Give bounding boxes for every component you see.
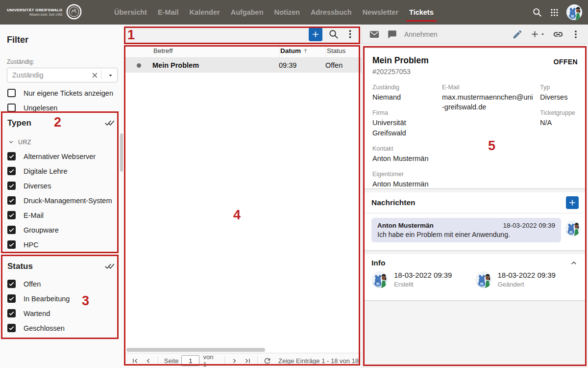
caret-down-icon	[539, 31, 546, 37]
type-label: Diverses	[24, 182, 51, 190]
add-dropdown-button[interactable]	[530, 29, 546, 39]
info-card: Info 18-03-2022 09:39 Erstellt	[365, 254, 586, 300]
assignee-label: Zuständig:	[0, 45, 125, 68]
field-kontakt: Kontakt Anton Mustermän	[372, 145, 435, 163]
field-value: Anton Mustermän	[372, 179, 435, 189]
app-grid-icon[interactable]	[550, 8, 559, 17]
chevron-down-icon	[7, 138, 15, 146]
collapse-icon[interactable]	[569, 258, 579, 268]
filter-title: Filter	[0, 25, 125, 45]
detail-menu-icon[interactable]	[570, 29, 581, 40]
type-checkbox-druck-management-system[interactable]	[7, 196, 16, 205]
nav-aufgaben[interactable]: Aufgaben	[231, 8, 264, 16]
message-bubble[interactable]: Anton Mustermän 18-03-2022 09:39 Ich hab…	[371, 218, 561, 242]
nav-tickets-active[interactable]: Tickets	[409, 8, 434, 16]
first-page-button[interactable]	[128, 354, 142, 367]
horizontal-scrollbar-thumb[interactable]	[126, 348, 265, 352]
typen-group-label: URZ	[18, 139, 31, 146]
typen-group-urz[interactable]: URZ	[7, 138, 125, 146]
message-sender-avatar	[565, 220, 581, 236]
row-status: Offen	[325, 61, 362, 69]
add-message-button[interactable]	[566, 196, 579, 209]
field-email: E-Mail max.mustermaennchen@uni-greifswal…	[442, 84, 535, 112]
plus-icon	[530, 29, 540, 39]
unread-checkbox[interactable]	[7, 104, 16, 112]
assignee-select[interactable]	[7, 68, 118, 82]
email-icon[interactable]	[369, 29, 380, 40]
topbar-actions	[532, 0, 582, 25]
plus-icon	[567, 198, 577, 208]
status-checkbox-offen[interactable]	[7, 280, 16, 288]
type-label: Digitale Lehre	[24, 167, 67, 175]
type-checkbox-digitale-lehre[interactable]	[7, 167, 16, 175]
link-icon[interactable]	[553, 29, 564, 40]
message-icon[interactable]	[387, 29, 397, 40]
plus-icon	[311, 29, 320, 39]
message-text: Ich habe ein Problem mit einer Anwendung…	[377, 231, 555, 238]
type-checkbox-email[interactable]	[7, 211, 16, 219]
list-toolbar	[125, 25, 362, 44]
refresh-icon	[263, 357, 271, 365]
column-status[interactable]: Status	[325, 44, 362, 57]
unread-row: Ungelesen	[7, 104, 125, 112]
field-value: Diverses	[540, 92, 578, 102]
university-logo[interactable]: UNIVERSITÄT GREIFSWALD Wissen lockt. Sei…	[7, 3, 82, 20]
list-menu-icon[interactable]	[344, 28, 356, 40]
type-row: Diverses	[7, 182, 125, 190]
ticket-row[interactable]: Mein Problem 09:39 Offen	[125, 58, 362, 73]
message-list: Anton Mustermän 18-03-2022 09:39 Ich hab…	[365, 213, 586, 250]
last-page-button[interactable]	[241, 354, 254, 367]
previous-page-button[interactable]	[142, 354, 155, 367]
nav-kalender[interactable]: Kalender	[190, 8, 220, 16]
caret-down-icon[interactable]	[107, 72, 114, 79]
nav-adressbuch[interactable]: Adressbuch	[311, 8, 352, 16]
assignee-input[interactable]	[12, 71, 91, 79]
field-label: Typ	[540, 84, 578, 91]
nav-newsletter[interactable]: Newsletter	[363, 8, 398, 16]
nav-uebersicht[interactable]: Übersicht	[114, 8, 147, 16]
type-label: E-Mail	[24, 211, 44, 219]
sidebar-scrollbar[interactable]	[120, 133, 123, 172]
status-checkbox-geschlossen[interactable]	[7, 324, 16, 332]
own-tickets-checkbox[interactable]	[7, 89, 16, 97]
list-empty-area	[125, 73, 362, 347]
page-number-input[interactable]	[181, 355, 199, 366]
creator-avatar	[371, 271, 388, 288]
info-entries: 18-03-2022 09:39 Erstellt 18-03-2022 09:…	[365, 269, 586, 288]
field-ticketgruppe: Ticketgruppe N/A	[540, 109, 578, 128]
list-search-icon[interactable]	[328, 28, 339, 40]
sort-ascending-icon	[302, 48, 309, 54]
select-all-types-icon[interactable]	[104, 118, 115, 128]
column-datum[interactable]: Datum	[279, 44, 325, 57]
message-date: 18-03-2022 09:39	[503, 222, 555, 229]
nav-email[interactable]: E-Mail	[158, 8, 179, 16]
ticket-fields: Zuständig Niemand Firma Universität Grei…	[372, 84, 578, 196]
status-checkbox-wartend[interactable]	[7, 309, 16, 317]
modified-date: 18-03-2022 09:39	[498, 271, 556, 279]
created-date: 18-03-2022 09:39	[394, 271, 452, 279]
accept-button[interactable]: Annehmen	[404, 30, 438, 38]
nav-notizen[interactable]: Notizen	[274, 8, 300, 16]
new-ticket-button[interactable]	[309, 27, 322, 41]
edit-icon[interactable]	[512, 29, 523, 40]
user-avatar[interactable]	[566, 4, 582, 20]
detail-body: Mein Problem #202257053 OFFEN Zuständig …	[362, 44, 588, 368]
type-checkbox-alternativer-webserver[interactable]	[7, 152, 16, 160]
status-label: Geschlossen	[24, 324, 65, 332]
type-checkbox-groupware[interactable]	[7, 226, 16, 234]
clear-icon[interactable]	[91, 71, 99, 79]
field-label: Eigentümer	[372, 171, 435, 178]
next-page-button[interactable]	[228, 354, 241, 367]
status-title: Status	[7, 262, 33, 271]
status-checkbox-in-bearbeitung[interactable]	[7, 294, 16, 303]
status-label: Wartend	[24, 310, 50, 317]
column-betreff[interactable]: Betreff	[152, 44, 279, 57]
refresh-button[interactable]	[261, 354, 274, 367]
select-all-status-icon[interactable]	[104, 261, 115, 271]
pager-divider	[257, 356, 258, 365]
search-icon[interactable]	[532, 7, 542, 18]
type-checkbox-hpc[interactable]	[7, 240, 16, 249]
modifier-avatar	[475, 271, 492, 288]
type-checkbox-diverses[interactable]	[7, 182, 16, 190]
status-badge: OFFEN	[554, 58, 578, 66]
